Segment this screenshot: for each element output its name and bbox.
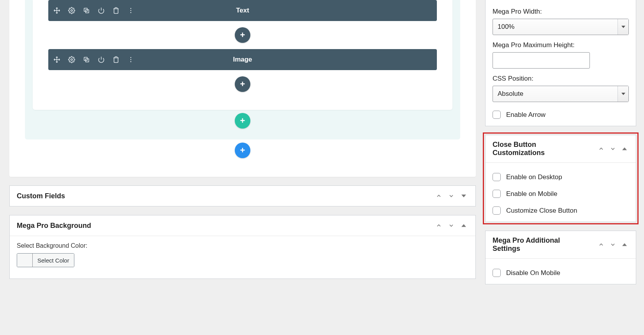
- svg-point-11: [130, 61, 131, 62]
- duplicate-icon[interactable]: [83, 56, 90, 63]
- builder-section: Text + Image: [25, 0, 460, 139]
- move-icon[interactable]: [53, 7, 61, 14]
- add-block-button[interactable]: +: [235, 76, 250, 92]
- select-value: Absolute: [498, 90, 523, 98]
- field-label: Mega Pro Width:: [493, 8, 629, 16]
- builder-column: Text + Image: [33, 0, 452, 110]
- checkbox-label: Customize Close Button: [506, 207, 577, 215]
- add-block-button[interactable]: +: [235, 27, 250, 43]
- chevron-down-icon[interactable]: [447, 221, 456, 230]
- sidebar-column: Mega Pro Width: 100% Mega Pro Maximum He…: [485, 0, 644, 335]
- chevron-up-icon[interactable]: [597, 240, 605, 249]
- panel-title: Close Button Customizations: [493, 141, 570, 157]
- metabox-title: Mega Pro Background: [17, 222, 91, 230]
- power-icon[interactable]: [97, 7, 105, 14]
- triangle-up-icon[interactable]: [620, 240, 629, 249]
- more-icon[interactable]: [127, 56, 135, 63]
- triangle-down-icon: [618, 86, 628, 102]
- more-icon[interactable]: [127, 7, 135, 14]
- chevron-up-icon[interactable]: [434, 191, 443, 201]
- chevron-up-icon[interactable]: [597, 145, 605, 153]
- gear-icon[interactable]: [68, 56, 76, 63]
- svg-point-5: [130, 12, 131, 13]
- triangle-up-icon[interactable]: [620, 145, 629, 153]
- chevron-down-icon[interactable]: [609, 240, 617, 249]
- chevron-down-icon[interactable]: [447, 191, 456, 201]
- chevron-up-icon[interactable]: [434, 221, 443, 230]
- metabox-custom-fields: Custom Fields: [9, 185, 476, 206]
- chevron-down-icon[interactable]: [609, 145, 617, 153]
- panel-title: Mega Pro Additional Settings: [493, 236, 570, 253]
- main-column: Text + Image: [0, 0, 485, 335]
- trash-icon[interactable]: [112, 7, 120, 14]
- checkbox-enable-arrow[interactable]: [493, 111, 501, 119]
- move-icon[interactable]: [53, 56, 61, 63]
- color-swatch: [17, 254, 33, 267]
- svg-point-3: [130, 8, 131, 9]
- css-position-select[interactable]: Absolute: [493, 86, 629, 102]
- checkbox-disable-mobile[interactable]: [493, 269, 501, 277]
- add-section-button[interactable]: +: [235, 143, 250, 158]
- color-picker-button[interactable]: Select Color: [17, 253, 74, 267]
- color-picker-label: Select Color: [33, 254, 74, 267]
- field-label: Mega Pro Maximum Height:: [493, 41, 629, 49]
- svg-point-0: [71, 10, 73, 12]
- svg-point-4: [130, 10, 131, 11]
- svg-point-6: [71, 59, 73, 61]
- field-label: CSS Position:: [493, 75, 629, 83]
- checkbox-enable-mobile[interactable]: [493, 190, 501, 198]
- checkbox-label: Enable on Mobile: [506, 190, 557, 198]
- field-label: Select Background Color:: [17, 242, 468, 249]
- add-column-button[interactable]: +: [235, 113, 250, 129]
- checkbox-label: Enable on Desktop: [506, 173, 562, 181]
- checkbox-enable-desktop[interactable]: [493, 173, 501, 181]
- max-height-input[interactable]: [493, 52, 590, 69]
- metabox-mega-pro-background: Mega Pro Background Select Background Co…: [9, 215, 476, 279]
- triangle-down-icon[interactable]: [459, 191, 468, 201]
- checkbox-customize-close[interactable]: [493, 206, 501, 215]
- svg-point-10: [130, 59, 131, 60]
- block-toolbar: [53, 7, 135, 14]
- width-select[interactable]: 100%: [493, 19, 629, 35]
- panel-close-button-customizations: Close Button Customizations Enable on De…: [485, 135, 636, 222]
- checkbox-label: Enable Arrow: [506, 111, 545, 119]
- triangle-down-icon: [618, 19, 628, 35]
- block-text[interactable]: Text: [48, 0, 437, 21]
- block-image[interactable]: Image: [48, 49, 437, 70]
- duplicate-icon[interactable]: [83, 7, 90, 14]
- checkbox-label: Disable On Mobile: [506, 269, 560, 277]
- gear-icon[interactable]: [68, 7, 76, 14]
- panel-mega-pro-additional-settings: Mega Pro Additional Settings Disable On …: [485, 231, 636, 284]
- builder-canvas: Text + Image: [9, 0, 476, 177]
- select-value: 100%: [498, 23, 514, 31]
- power-icon[interactable]: [97, 56, 105, 63]
- metabox-title: Custom Fields: [17, 192, 65, 200]
- block-toolbar: [53, 56, 135, 63]
- svg-point-9: [130, 57, 131, 58]
- triangle-up-icon[interactable]: [459, 221, 468, 230]
- panel-mega-pro-settings: Mega Pro Width: 100% Mega Pro Maximum He…: [485, 0, 636, 126]
- trash-icon[interactable]: [112, 56, 120, 63]
